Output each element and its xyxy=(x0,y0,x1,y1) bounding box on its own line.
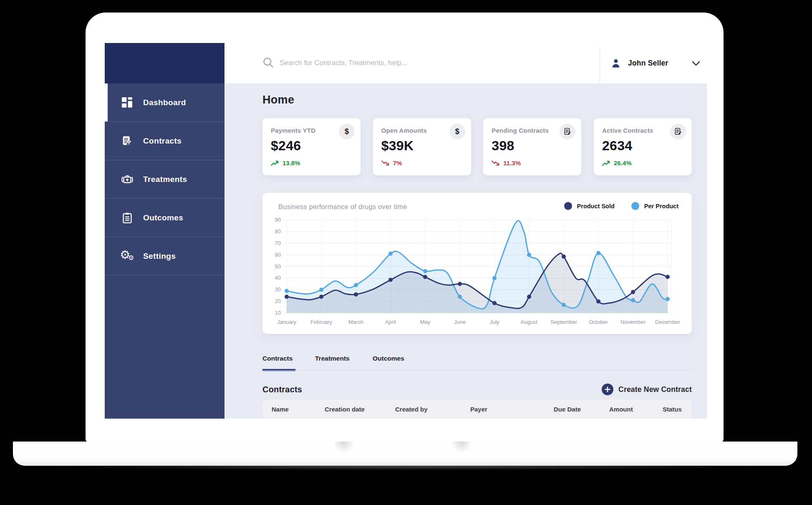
sidebar-item-label: Treatments xyxy=(143,175,187,184)
search-input[interactable] xyxy=(280,54,538,72)
stat-label: Active Contracts xyxy=(602,127,653,134)
stat-value: $39K xyxy=(381,138,414,154)
svg-text:July: July xyxy=(489,319,499,325)
clipboard-icon xyxy=(121,211,134,225)
sidebar-item-settings[interactable]: ⚙ ⚙ Settings xyxy=(105,237,224,275)
laptop-notch-shade xyxy=(334,442,353,455)
laptop-base xyxy=(13,442,797,466)
svg-text:February: February xyxy=(310,319,333,325)
contract-icon xyxy=(560,124,575,139)
header-divider xyxy=(600,46,600,83)
laptop-notch-shade xyxy=(452,442,471,455)
svg-text:10: 10 xyxy=(275,310,281,316)
trend-indicator: 26.4% xyxy=(602,159,632,167)
trend-down-icon xyxy=(492,160,500,167)
dashboard-grid-icon xyxy=(121,96,134,109)
sidebar-nav: Dashboard xyxy=(105,83,224,275)
svg-text:March: March xyxy=(348,319,363,325)
contract-icon xyxy=(670,124,686,139)
stat-value: 398 xyxy=(492,138,514,154)
stat-card-pending-contracts: Pending Contracts 398 xyxy=(483,118,581,175)
stat-cards-row: Payments YTD $ $246 13.8% Open Amount xyxy=(262,118,692,175)
column-header-created-by: Created by xyxy=(395,406,428,413)
page-title: Home xyxy=(262,93,294,106)
user-name: John Seller xyxy=(628,59,668,68)
svg-text:70: 70 xyxy=(275,240,281,246)
svg-text:October: October xyxy=(589,319,608,325)
column-header-status: Status xyxy=(663,406,682,413)
stat-card-open-amounts: Open Amounts $ $39K 7% xyxy=(373,118,471,175)
main-area: Home Payments YTD $ $246 13.8% xyxy=(224,83,707,419)
column-header-payer: Payer xyxy=(470,406,487,413)
trend-indicator: 11.3% xyxy=(492,159,521,167)
contracts-section-header: Contracts Create New Contract xyxy=(262,381,692,398)
sidebar-item-label: Contracts xyxy=(143,136,182,146)
svg-text:December: December xyxy=(655,319,681,325)
svg-text:August: August xyxy=(521,319,538,325)
stat-card-payments-ytd: Payments YTD $ $246 13.8% xyxy=(262,118,361,175)
svg-text:June: June xyxy=(454,319,466,325)
plus-icon xyxy=(602,384,613,395)
stat-label: Pending Contracts xyxy=(492,127,549,134)
stat-label: Payments YTD xyxy=(271,127,315,134)
stat-label: Open Amounts xyxy=(381,127,427,134)
logo-block xyxy=(105,43,224,83)
svg-text:September: September xyxy=(550,319,577,325)
sidebar-item-treatments[interactable]: Treatments xyxy=(105,160,224,199)
sidebar-item-label: Dashboard xyxy=(143,98,186,107)
column-header-name: Name xyxy=(272,406,289,413)
svg-text:20: 20 xyxy=(275,298,281,304)
performance-line-chart: 102030405060708090JanuaryFebruaryMarchAp… xyxy=(262,193,692,334)
sidebar: Dashboard xyxy=(105,43,224,419)
svg-text:November: November xyxy=(620,319,646,325)
sidebar-item-contracts[interactable]: Contracts xyxy=(105,122,224,160)
user-menu[interactable]: John Seller xyxy=(610,43,700,83)
section-title: Contracts xyxy=(262,385,302,394)
svg-text:May: May xyxy=(420,319,431,325)
column-header-creation-date: Creation date xyxy=(325,406,365,413)
svg-text:80: 80 xyxy=(275,228,281,235)
trend-indicator: 13.8% xyxy=(271,159,300,167)
performance-chart-card: Business performance of drugs over time … xyxy=(262,193,692,334)
column-header-amount: Amount xyxy=(609,406,633,413)
tab-contracts[interactable]: Contracts xyxy=(262,355,293,362)
create-new-contract-button[interactable]: Create New Contract xyxy=(602,384,692,395)
trend-up-icon xyxy=(602,160,610,167)
trend-up-icon xyxy=(271,160,279,167)
sidebar-item-outcomes[interactable]: Outcomes xyxy=(105,199,224,237)
svg-text:January: January xyxy=(277,319,297,325)
trend-down-icon xyxy=(381,160,390,167)
dollar-icon: $ xyxy=(449,124,465,139)
sidebar-item-label: Settings xyxy=(143,252,176,261)
sidebar-item-dashboard[interactable]: Dashboard xyxy=(105,83,224,122)
trend-indicator: 7% xyxy=(381,159,402,167)
tab-outcomes[interactable]: Outcomes xyxy=(373,355,404,362)
svg-text:40: 40 xyxy=(275,275,281,281)
contract-edit-icon xyxy=(121,134,134,148)
medical-bag-icon xyxy=(121,173,134,186)
svg-text:60: 60 xyxy=(275,252,281,258)
contracts-table: Name Creation date Created by Payer Due … xyxy=(262,399,692,419)
chevron-down-icon[interactable] xyxy=(692,61,700,66)
svg-text:50: 50 xyxy=(275,263,281,270)
stat-value: $246 xyxy=(271,138,301,154)
laptop-screen-bezel: Dashboard xyxy=(86,13,724,442)
tabs-divider xyxy=(262,370,692,371)
app-screen: Dashboard xyxy=(105,43,707,419)
stat-value: 2634 xyxy=(602,138,632,154)
user-avatar-icon xyxy=(610,58,621,69)
top-header: John Seller xyxy=(224,43,707,83)
svg-text:90: 90 xyxy=(275,217,281,223)
tab-treatments[interactable]: Treatments xyxy=(315,355,350,362)
svg-text:30: 30 xyxy=(275,286,281,293)
stat-card-active-contracts: Active Contracts 2634 xyxy=(594,118,692,175)
column-header-due-date: Due Date xyxy=(554,406,581,413)
sidebar-item-label: Outcomes xyxy=(143,213,183,222)
dollar-icon: $ xyxy=(339,124,355,139)
search-icon xyxy=(262,56,275,71)
active-indicator xyxy=(105,83,108,121)
svg-text:April: April xyxy=(385,319,396,325)
gears-icon: ⚙ ⚙ xyxy=(121,250,134,263)
